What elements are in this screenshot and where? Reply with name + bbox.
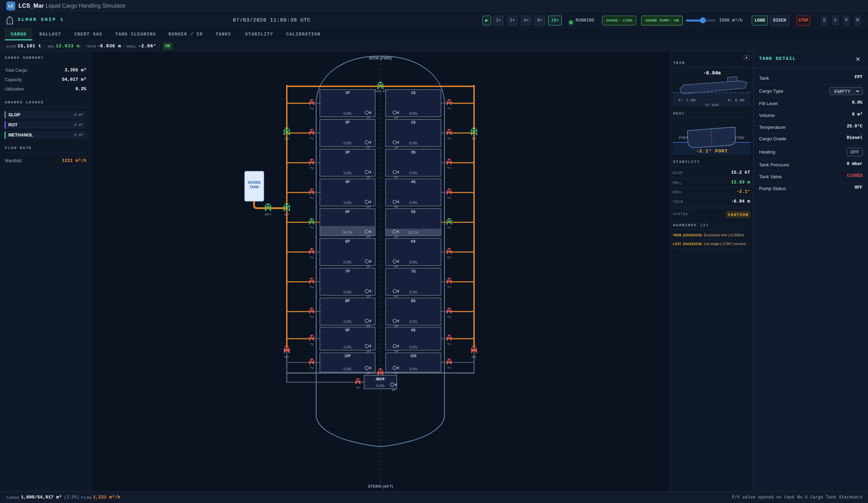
svg-text:4S: 4S [411,180,416,184]
svg-text:0.0%: 0.0% [344,141,352,145]
svg-text:0.0%: 0.0% [409,367,417,371]
svg-text:TV: TV [447,107,451,110]
svg-text:35.9%: 35.9% [342,231,352,235]
svg-text:DP: DP [394,349,399,353]
svg-text:0.0%: 0.0% [409,345,417,349]
svg-text:0.0%: 0.0% [409,290,417,294]
svg-text:0.0%: 0.0% [344,320,352,324]
svg-text:9P: 9P [345,328,350,332]
svg-text:DP: DP [366,265,371,268]
svg-text:0.0%: 0.0% [409,141,417,145]
svg-text:BOW (FWD): BOW (FWD) [369,56,392,60]
svg-text:STBD: STBD [734,135,744,140]
svg-text:PORT: PORT [679,135,688,140]
svg-text:2S: 2S [411,120,416,124]
svg-text:0.0%: 0.0% [377,384,385,388]
svg-text:TV: TV [447,315,451,319]
svg-text:0.0%: 0.0% [409,320,417,324]
svg-text:TV: TV [447,166,451,170]
svg-text:DP: DP [394,205,399,209]
svg-text:STERN (AFT): STERN (AFT) [368,484,393,488]
svg-text:ROT: ROT [376,377,385,381]
svg-text:6S: 6S [411,239,416,243]
svg-text:DP: DP [394,294,399,298]
svg-text:TV: TV [310,366,314,370]
svg-text:DP: DP [366,205,371,209]
svg-text:TV: TV [447,256,451,259]
svg-text:DP: DP [366,349,371,353]
svg-text:TV: TV [310,285,314,289]
svg-text:3P: 3P [345,150,350,154]
svg-text:F: 7.8m: F: 7.8m [679,98,695,102]
svg-text:TV: TV [310,166,314,170]
svg-text:SHORE: SHORE [248,180,261,184]
svg-text:DP: DP [394,175,399,179]
svg-text:DP: DP [394,235,399,238]
svg-text:0.0%: 0.0% [409,112,417,116]
svg-text:FWD XV: FWD XV [374,89,387,93]
svg-text:DP: DP [394,146,399,149]
svg-text:TV: TV [356,386,360,390]
svg-text:3S: 3S [411,150,416,154]
svg-text:0.0%: 0.0% [344,260,352,264]
svg-text:8P: 8P [345,299,350,303]
svg-text:DP: DP [366,146,371,149]
svg-text:TV: TV [447,366,451,370]
svg-text:TANK: TANK [249,185,259,189]
svg-text:DP: DP [366,294,371,298]
svg-text:TV: TV [310,226,314,229]
svg-text:0.0%: 0.0% [344,112,352,116]
svg-text:TV: TV [447,226,451,229]
svg-text:5S: 5S [411,210,416,214]
svg-text:6P: 6P [345,239,350,243]
svg-text:MV: MV [284,355,289,359]
svg-text:A: 0.9m: A: 0.9m [728,98,744,102]
svg-text:DP: DP [366,175,371,179]
svg-text:0.0%: 0.0% [409,201,417,205]
svg-text:MV: MV [472,137,476,140]
svg-text:DP: DP [366,235,371,238]
svg-text:DP: DP [392,388,396,392]
svg-text:1S: 1S [411,91,416,95]
svg-text:DP: DP [366,371,371,375]
svg-text:0.0%: 0.0% [344,201,352,205]
svg-text:MV: MV [472,355,476,359]
svg-text:TV: TV [310,196,314,200]
svg-text:BY BOW: BY BOW [705,103,719,107]
svg-text:TV: TV [447,285,451,289]
svg-text:5P: 5P [345,210,350,214]
svg-text:9S: 9S [411,328,416,332]
svg-text:0.0%: 0.0% [409,260,417,264]
svg-text:MV: MV [284,213,289,216]
svg-text:10P: 10P [344,354,351,358]
svg-text:4P: 4P [345,180,350,184]
svg-text:DP: DP [394,371,399,375]
svg-text:7P: 7P [345,269,350,273]
svg-text:0.0%: 0.0% [344,171,352,175]
svg-text:0.0%: 0.0% [409,171,417,175]
svg-text:10S: 10S [410,354,417,358]
svg-text:0.0%: 0.0% [344,345,352,349]
svg-text:TV: TV [447,137,451,140]
svg-text:TV: TV [310,107,314,110]
svg-text:0.0%: 0.0% [344,290,352,294]
svg-text:7S: 7S [411,269,416,273]
svg-text:MV: MV [284,137,289,140]
svg-text:DP: DP [394,116,399,119]
svg-text:0.0%: 0.0% [344,367,352,371]
svg-text:TV: TV [447,196,451,200]
svg-text:1P: 1P [345,91,350,95]
svg-text:MFV: MFV [265,213,271,216]
svg-text:TV: TV [310,315,314,319]
svg-text:TV: TV [310,137,314,140]
svg-text:TV: TV [310,343,314,346]
svg-text:26.2%: 26.2% [408,231,418,235]
svg-text:TV: TV [447,343,451,346]
svg-text:TV: TV [310,256,314,259]
svg-text:8S: 8S [411,299,416,303]
svg-text:2P: 2P [345,120,350,124]
svg-text:DP: DP [394,265,399,268]
svg-text:DP: DP [366,116,371,119]
